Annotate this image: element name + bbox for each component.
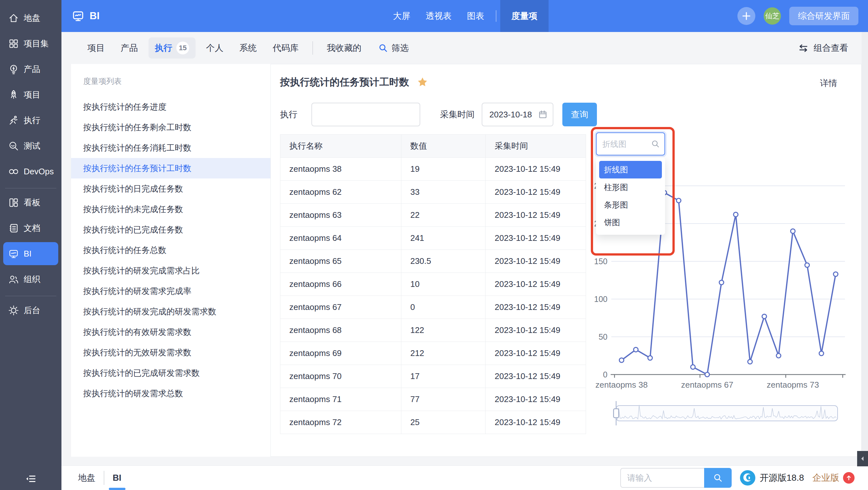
table-row[interactable]: zentaopms 642412023-10-12 15:49	[280, 227, 586, 250]
sidebar-item-项目[interactable]: 项目	[3, 83, 58, 106]
tab-代码库[interactable]: 代码库	[265, 32, 307, 64]
table-row[interactable]: zentaopms 681222023-10-12 15:49	[280, 319, 586, 342]
tab-项目[interactable]: 项目	[80, 32, 113, 64]
measure-list-item[interactable]: 按执行统计的研发需求完成率	[71, 281, 271, 301]
chart-type-option-柱形图[interactable]: 柱形图	[599, 178, 662, 196]
chart-type-option-条形图[interactable]: 条形图	[599, 196, 662, 214]
sidebar-item-产品[interactable]: 产品	[3, 58, 58, 80]
measure-list-item[interactable]: 按执行统计的无效研发需求数	[71, 342, 271, 363]
create-button[interactable]	[737, 7, 755, 25]
measure-list-item[interactable]: 按执行统计的研发完成的研发需求数	[71, 301, 271, 322]
tab-产品[interactable]: 产品	[113, 32, 146, 64]
upgrade-link[interactable]: 企业版	[812, 472, 855, 484]
sidebar-item-label: 后台	[24, 305, 40, 316]
table-cell: 17	[401, 365, 486, 388]
home-icon	[8, 13, 19, 23]
topnav-item-图表[interactable]: 图表	[459, 0, 492, 32]
app-brand[interactable]: BI	[72, 0, 99, 32]
statusbar-tab-地盘[interactable]: 地盘	[72, 466, 101, 490]
sidebar-item-地盘[interactable]: 地盘	[3, 6, 58, 29]
table-row[interactable]: zentaopms 62332023-10-12 15:49	[280, 181, 586, 204]
measure-list-item[interactable]: 按执行统计的未完成任务数	[71, 199, 271, 220]
sidebar-item-测试[interactable]: 测试	[3, 134, 58, 157]
qa-icon	[8, 141, 19, 151]
chart-type-placeholder: 折线图	[602, 139, 626, 150]
topnav-item-大屏[interactable]: 大屏	[385, 0, 418, 32]
chart-type-option-饼图[interactable]: 饼图	[599, 214, 662, 231]
combine-view-button[interactable]: 组合查看	[798, 42, 848, 54]
table-row[interactable]: zentaopms 38192023-10-12 15:49	[280, 158, 586, 181]
upgrade-text: 企业版	[812, 472, 839, 484]
bi-monitor-icon	[72, 9, 85, 22]
chart-type-search-input[interactable]: 折线图	[596, 132, 665, 156]
measure-list-item[interactable]: 按执行统计的已完成研发需求数	[71, 363, 271, 383]
measure-list-item[interactable]: 按执行统计的任务进度	[71, 97, 271, 117]
table-header-2: 数值	[401, 135, 486, 158]
sidebar-item-文档[interactable]: 文档	[3, 217, 58, 239]
table-row[interactable]: zentaopms 72252023-10-12 15:49	[280, 411, 586, 434]
table-row[interactable]: zentaopms 70172023-10-12 15:49	[280, 365, 586, 388]
sidebar-item-BI[interactable]: BI	[3, 242, 58, 265]
table-row[interactable]: zentaopms 65230.52023-10-12 15:49	[280, 250, 586, 273]
tab-系统[interactable]: 系统	[231, 32, 265, 64]
tab-我收藏的[interactable]: 我收藏的	[319, 32, 369, 64]
table-row[interactable]: zentaopms 692122023-10-12 15:49	[280, 342, 586, 365]
search-icon	[378, 43, 388, 53]
table-cell: 2023-10-12 15:49	[486, 181, 586, 204]
table-cell: zentaopms 62	[280, 181, 401, 204]
sidebar-item-看板[interactable]: 看板	[3, 191, 58, 214]
table-row[interactable]: zentaopms 6702023-10-12 15:49	[280, 296, 586, 319]
global-search-button[interactable]	[704, 468, 732, 488]
global-search-input[interactable]	[620, 468, 704, 488]
sidebar-item-后台[interactable]: 后台	[3, 299, 58, 322]
measure-list-item[interactable]: 按执行统计的任务剩余工时数	[71, 117, 271, 137]
measure-list-item[interactable]: 按执行统计的任务预计工时数	[71, 158, 271, 178]
sidebar-item-执行[interactable]: 执行	[3, 109, 58, 132]
svg-text:zentaopms 38: zentaopms 38	[595, 380, 648, 390]
svg-text:100: 100	[594, 295, 608, 303]
table-cell: 122	[401, 319, 486, 342]
table-cell: 241	[401, 227, 486, 250]
measure-data-table: 执行名称数值采集时间 zentaopms 38192023-10-12 15:4…	[280, 134, 586, 434]
star-favorite-icon[interactable]	[417, 76, 428, 88]
date-picker[interactable]: 2023-10-18	[482, 103, 553, 126]
tab-执行[interactable]: 执行15	[149, 37, 195, 59]
execution-filter-input[interactable]	[311, 103, 420, 126]
sidebar-item-label: 项目	[24, 89, 40, 100]
sidebar-item-项目集[interactable]: 项目集	[3, 32, 58, 55]
measure-list-item[interactable]: 按执行统计的日完成任务数	[71, 178, 271, 199]
measure-list-item[interactable]: 按执行统计的研发完成需求占比	[71, 260, 271, 281]
table-row[interactable]: zentaopms 66102023-10-12 15:49	[280, 273, 586, 296]
detail-link[interactable]: 详情	[820, 77, 837, 89]
table-cell: 77	[401, 388, 486, 411]
table-row[interactable]: zentaopms 71772023-10-12 15:49	[280, 388, 586, 411]
table-cell: zentaopms 67	[280, 296, 401, 319]
table-row[interactable]: zentaopms 63222023-10-12 15:49	[280, 204, 586, 227]
statusbar-tab-BI[interactable]: BI	[107, 466, 127, 490]
table-header-3: 采集时间	[486, 135, 586, 158]
measure-list-item[interactable]: 按执行统计的已完成任务数	[71, 220, 271, 240]
measure-list-item[interactable]: 按执行统计的任务总数	[71, 240, 271, 260]
user-avatar[interactable]: 仙芝	[764, 7, 781, 25]
swap-arrows-icon	[798, 42, 809, 54]
page-scrollbar-track[interactable]	[862, 32, 868, 465]
chevron-left-icon	[859, 455, 866, 462]
topnav-item-透视表[interactable]: 透视表	[418, 0, 459, 32]
sidebar-collapse-button[interactable]	[0, 473, 61, 484]
filter-button[interactable]: 筛选	[378, 42, 409, 54]
workspace-switch-button[interactable]: 综合研发界面	[789, 7, 859, 25]
topnav-item-度量项[interactable]: 度量项	[500, 0, 549, 32]
sidebar-item-label: 项目集	[24, 38, 49, 49]
table-header-1: 执行名称	[280, 135, 401, 158]
tab-个人[interactable]: 个人	[198, 32, 231, 64]
collapse-panel-button[interactable]	[857, 451, 868, 466]
measure-list-item[interactable]: 按执行统计的研发需求总数	[71, 383, 271, 404]
upgrade-arrow-icon	[843, 472, 855, 484]
sidebar-item-DevOps[interactable]: DevOps	[3, 160, 58, 183]
sidebar-item-组织[interactable]: 组织	[3, 268, 58, 291]
measure-list-item[interactable]: 按执行统计的有效研发需求数	[71, 322, 271, 342]
query-button[interactable]: 查询	[562, 103, 597, 126]
chart-type-option-折线图[interactable]: 折线图	[599, 161, 662, 178]
measure-list-item[interactable]: 按执行统计的任务消耗工时数	[71, 137, 271, 158]
measure-list-panel: 度量项列表 按执行统计的任务进度按执行统计的任务剩余工时数按执行统计的任务消耗工…	[71, 64, 271, 457]
